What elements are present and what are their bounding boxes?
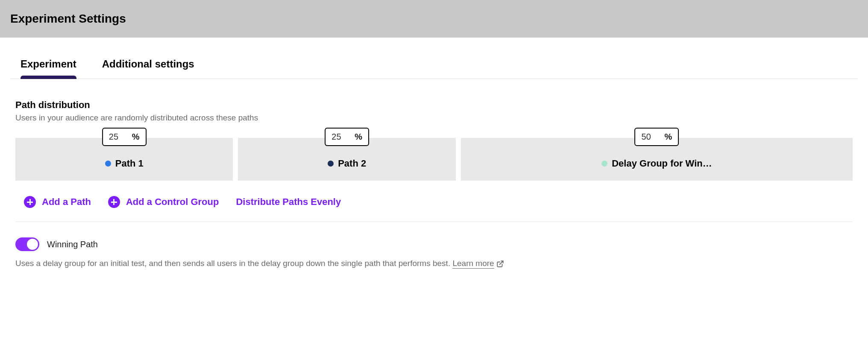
path-distribution-description: Users in your audience are randomly dist… [15, 113, 853, 123]
header-bar: Experiment Settings [0, 0, 868, 38]
tab-additional-settings[interactable]: Additional settings [102, 58, 194, 79]
add-control-group-label: Add a Control Group [126, 196, 219, 208]
tab-experiment[interactable]: Experiment [21, 58, 76, 79]
path-label-2: Path 2 [328, 158, 366, 169]
percent-symbol: % [355, 132, 362, 142]
winning-path-description: Uses a delay group for an initial test, … [15, 259, 853, 269]
percent-input-3[interactable]: % [635, 128, 679, 146]
add-path-button[interactable]: Add a Path [24, 196, 91, 208]
path-name-3: Delay Group for Win… [612, 158, 712, 169]
path-distribution-title: Path distribution [15, 99, 853, 111]
page-title: Experiment Settings [10, 12, 858, 26]
path-card-1: % Path 1 [15, 138, 233, 181]
actions-row: Add a Path Add a Control Group Distribut… [15, 196, 853, 222]
learn-more-text: Learn more [452, 259, 494, 268]
dot-icon [328, 161, 334, 167]
plus-icon [24, 196, 36, 208]
winning-path-toggle[interactable] [15, 237, 39, 251]
toggle-knob [27, 239, 38, 250]
tabs: Experiment Additional settings [10, 58, 858, 79]
learn-more-link[interactable]: Learn more [452, 259, 494, 269]
path-distribution-section: Path distribution Users in your audience… [10, 99, 858, 269]
path-name-1: Path 1 [115, 158, 144, 169]
add-control-group-button[interactable]: Add a Control Group [108, 196, 219, 208]
percent-symbol: % [132, 132, 140, 142]
percent-input-1[interactable]: % [102, 128, 147, 146]
plus-icon [108, 196, 120, 208]
percent-symbol: % [665, 132, 672, 142]
percent-input-2[interactable]: % [325, 128, 369, 146]
path-label-3: Delay Group for Win… [601, 158, 712, 169]
path-row: % Path 1 % Path 2 [15, 138, 853, 181]
percent-field-3[interactable] [642, 132, 656, 142]
percent-field-1[interactable] [109, 132, 123, 142]
distribute-evenly-label: Distribute Paths Evenly [236, 196, 341, 208]
add-path-label: Add a Path [42, 196, 91, 208]
path-name-2: Path 2 [338, 158, 366, 169]
dot-icon [601, 161, 607, 167]
winning-path-label: Winning Path [47, 240, 98, 249]
percent-field-2[interactable] [331, 132, 346, 142]
winning-path-desc-text: Uses a delay group for an initial test, … [15, 259, 450, 268]
path-card-3: % Delay Group for Win… [461, 138, 853, 181]
dot-icon [105, 161, 111, 167]
path-label-1: Path 1 [105, 158, 144, 169]
distribute-evenly-button[interactable]: Distribute Paths Evenly [236, 196, 341, 208]
path-card-2: % Path 2 [238, 138, 455, 181]
svg-line-0 [499, 261, 503, 264]
external-link-icon [496, 259, 504, 268]
winning-path-toggle-row: Winning Path [15, 237, 853, 251]
